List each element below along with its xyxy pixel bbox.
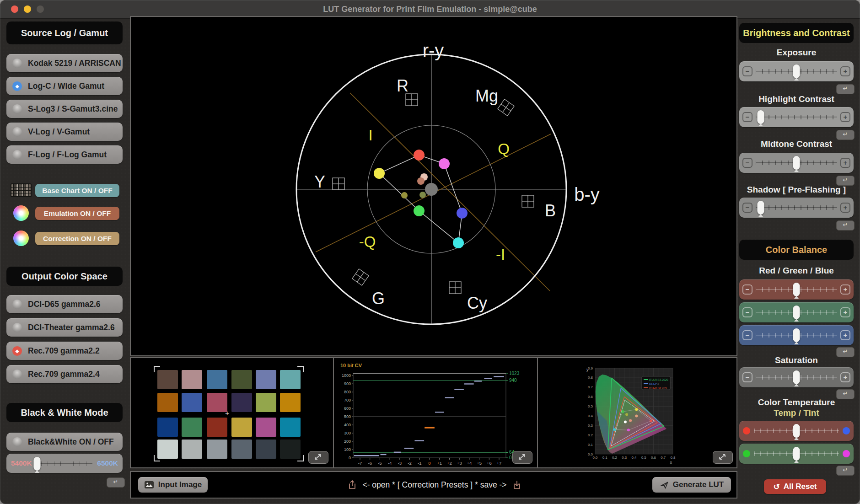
plus-button[interactable]: + [840, 66, 850, 76]
svg-text:+4: +4 [467, 461, 472, 466]
reset-button[interactable]: ↵ [836, 220, 855, 231]
slider-caret [794, 319, 799, 322]
radio-icon [12, 300, 22, 309]
save-preset-icon[interactable] [512, 479, 521, 490]
saturation-label: Saturation [739, 355, 854, 365]
slider-handle[interactable] [34, 457, 41, 471]
option-label: Kodak 5219 / ARRISCAN [28, 59, 121, 68]
minus-button[interactable]: − [742, 284, 752, 295]
slider-handle[interactable] [793, 283, 800, 296]
slider-exposure[interactable]: −+ [739, 61, 854, 81]
slider-caret [794, 342, 799, 344]
slider-tint[interactable] [739, 444, 854, 464]
generate-lut-button[interactable]: Generate LUT [652, 477, 731, 493]
slider-handle[interactable] [757, 110, 764, 124]
slider-red[interactable]: −+ [739, 279, 854, 300]
toggle-button[interactable]: Correction ON / OFF [35, 232, 119, 245]
bw-toggle-button[interactable]: Black&White ON / OFF [6, 433, 123, 451]
expand-chart-button[interactable] [308, 451, 328, 464]
slider-handle[interactable] [793, 370, 800, 384]
cie-point [622, 410, 624, 413]
reset-button[interactable]: ↵ [836, 389, 855, 399]
slider-handle[interactable] [793, 424, 800, 438]
source-option-3[interactable]: S-Log3 / S-Gamut3.cine [6, 100, 123, 118]
expand-cie-button[interactable] [713, 451, 733, 464]
slider-bw-temperature[interactable]: 5400K6500K [6, 454, 123, 473]
slider-track[interactable] [756, 373, 837, 382]
minus-button[interactable]: − [742, 112, 752, 122]
slider-handle[interactable] [793, 447, 800, 461]
slider-track[interactable] [754, 449, 839, 458]
reset-button[interactable]: ↵ [836, 466, 855, 476]
toggle-row: Correction ON / OFF [4, 232, 129, 247]
slider-track[interactable] [756, 308, 837, 317]
slider-handle[interactable] [793, 328, 800, 342]
radio-selected-icon: ◆ [12, 81, 22, 91]
output-option-1[interactable]: DCI-D65 gamma2.6 [6, 295, 123, 313]
svg-text:0.1: 0.1 [602, 456, 608, 460]
minus-button[interactable]: − [742, 372, 752, 382]
minus-button[interactable]: − [742, 307, 752, 317]
toggle-button[interactable]: Base Chart ON / OFF [35, 184, 119, 197]
scope-dot [401, 192, 408, 198]
minus-button[interactable]: − [742, 158, 752, 168]
slider-saturation[interactable]: −+ [739, 367, 854, 387]
plus-button[interactable]: + [840, 372, 850, 382]
slider-track[interactable] [756, 203, 837, 212]
input-image-button[interactable]: Input Image [138, 477, 208, 493]
plus-button[interactable]: + [840, 307, 850, 317]
slider-highlight-contrast[interactable]: −+ [739, 107, 854, 127]
all-reset-button[interactable]: ↺ All Reset [764, 479, 826, 494]
slider-green[interactable]: −+ [739, 302, 854, 322]
plus-button[interactable]: + [840, 112, 850, 122]
slider-handle[interactable] [757, 201, 764, 214]
slider-track[interactable] [756, 67, 837, 76]
source-option-5[interactable]: F-Log / F-Log Gamut [6, 145, 123, 164]
slider-handle[interactable] [793, 64, 800, 78]
plus-button[interactable]: + [840, 203, 850, 213]
toggle-button[interactable]: Emulation ON / OFF [35, 207, 119, 220]
output-option-4[interactable]: Rec.709 gamma2.4 [6, 365, 123, 383]
reset-button[interactable]: ↵ [836, 130, 855, 140]
plus-button[interactable]: + [840, 330, 850, 340]
plus-button[interactable]: + [840, 158, 850, 168]
slider-caret [794, 296, 799, 299]
slider-handle[interactable] [793, 156, 800, 170]
chart-swatch [182, 440, 202, 459]
source-option-1[interactable]: Kodak 5219 / ARRISCAN [6, 54, 123, 72]
open-preset-icon[interactable] [348, 479, 357, 490]
minus-button[interactable]: − [742, 330, 752, 340]
slider-track[interactable] [756, 158, 837, 167]
cie-point [627, 429, 630, 431]
slider-track[interactable] [754, 426, 839, 435]
plus-button[interactable]: + [840, 284, 850, 295]
slider-midtone-contrast[interactable]: −+ [739, 153, 854, 173]
slider-temp[interactable] [739, 421, 854, 441]
slider-track[interactable] [756, 285, 837, 294]
reset-button[interactable]: ↵ [836, 84, 855, 94]
temp-tint-label: Temp / Tint [739, 408, 854, 418]
scope-dot [414, 205, 425, 216]
source-option-4[interactable]: V-Log / V-Gamut [6, 123, 123, 141]
option-label: F-Log / F-Log Gamut [28, 150, 107, 160]
output-option-2[interactable]: DCI-Theater gamma2.6 [6, 318, 123, 337]
slider-handle[interactable] [793, 306, 800, 319]
reset-button[interactable]: ↵ [836, 347, 855, 357]
minus-button[interactable]: − [742, 66, 752, 76]
svg-text:-2: -2 [408, 461, 411, 466]
option-label: V-Log / V-Gamut [28, 127, 90, 137]
scope-dot [425, 183, 438, 196]
reset-button[interactable]: ↵ [836, 176, 855, 186]
window-title: LUT Generator for Print Film Emulation -… [0, 0, 860, 18]
slider-track[interactable] [756, 113, 837, 122]
slider-blue[interactable]: −+ [739, 325, 854, 345]
output-option-3[interactable]: ◆Rec.709 gamma2.2 [6, 342, 123, 360]
slider-track[interactable] [35, 459, 92, 468]
expand-cv-button[interactable] [512, 451, 532, 464]
source-option-2[interactable]: ◆Log-C / Wide Gamut [6, 77, 123, 95]
minus-button[interactable]: − [742, 203, 752, 213]
slider-shadow-pre-flashing-[interactable]: −+ [739, 198, 854, 218]
svg-text:800: 800 [344, 390, 351, 394]
slider-track[interactable] [756, 331, 837, 340]
bw-reset-button[interactable]: ↵ [107, 477, 125, 488]
